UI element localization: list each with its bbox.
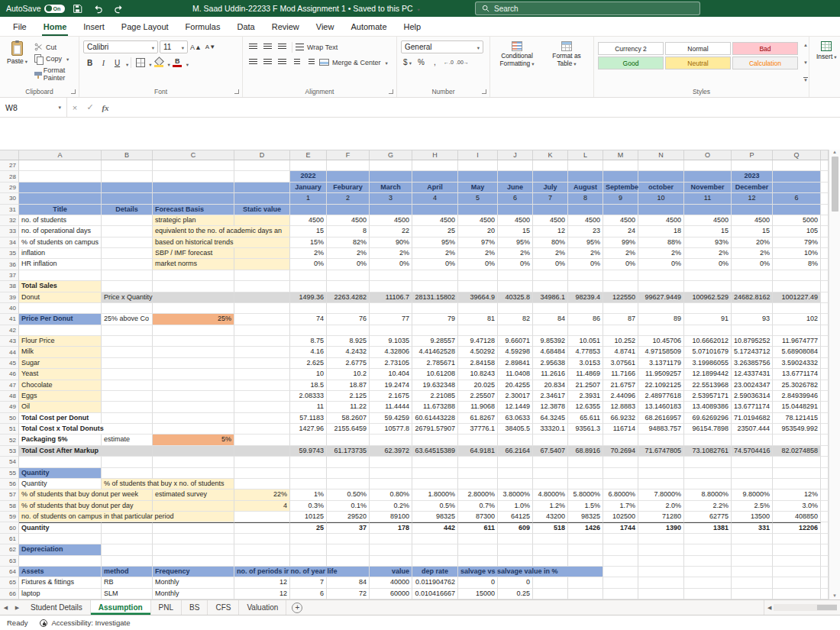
cell-P58[interactable]: 2.5% [732,501,773,512]
row-header-60[interactable]: 60 [0,522,19,533]
cell-K31[interactable] [533,205,568,215]
cell-B40[interactable] [102,303,153,314]
cell-O39[interactable]: 100962.529 [684,292,732,303]
cell-M37[interactable] [603,270,638,281]
cell-I64[interactable]: salvage vs salvage value in % [458,567,603,577]
cell-K62[interactable] [533,544,568,555]
cell-G49[interactable]: 11.4444 [370,402,412,412]
cell-G52[interactable] [370,435,412,445]
cell-I58[interactable]: 0.7% [458,501,498,512]
cell-N59[interactable]: 71280 [638,512,684,522]
cell-K45[interactable]: 2.95638 [533,358,568,369]
cell-L50[interactable]: 65.611 [568,413,603,424]
cell-N58[interactable]: 2.0% [638,501,684,512]
cell-A64[interactable]: Assets [19,567,102,577]
cell-L35[interactable]: 2% [568,248,603,259]
row-header-65[interactable]: 65 [0,577,19,588]
cell-A61[interactable] [19,534,102,544]
cell-N32[interactable]: 4500 [638,215,684,226]
cell-I32[interactable]: 4500 [458,215,498,226]
cell-Q62[interactable] [773,544,821,555]
row-header-32[interactable]: 32 [0,215,19,226]
cell-G55[interactable] [370,468,412,479]
cell-P35[interactable]: 2% [732,248,773,259]
cell-O64[interactable] [684,567,732,577]
cell-Q52[interactable] [773,435,821,445]
cell-F50[interactable]: 58.2607 [327,413,370,424]
cell-N54[interactable] [638,457,684,467]
cell-M57[interactable]: 6.8000% [603,489,638,500]
cell-A52[interactable]: Packaging 5% [19,435,102,445]
cell-B47[interactable] [102,380,153,391]
cell-H47[interactable]: 19.632348 [412,380,458,391]
cell-Q57[interactable]: 12% [773,489,821,500]
cell-N45[interactable]: 3.1371179 [638,358,684,369]
tab-review[interactable]: Review [263,17,308,36]
cell-J41[interactable]: 82 [498,314,533,325]
cell-L33[interactable]: 23 [568,226,603,237]
cell-Q37[interactable] [773,270,821,281]
cell-H59[interactable]: 98325 [412,512,458,522]
cell-Q47[interactable]: 25.3026782 [773,380,821,391]
clipboard-dialog-launcher[interactable] [71,89,76,94]
cell-J42[interactable] [498,325,533,336]
cell-I30[interactable]: 5 [458,193,498,204]
comma-style-button[interactable]: , [428,56,441,69]
cell-N61[interactable] [638,534,684,544]
cell-M51[interactable]: 116714 [603,424,638,435]
cell-O43[interactable]: 10.6662012 [684,336,732,347]
cell-B64[interactable]: method [102,567,153,577]
cell-Q49[interactable]: 15.0448291 [773,402,821,412]
style-chip-normal[interactable]: Normal [665,42,731,55]
cell-C55[interactable] [153,468,234,479]
cell-G42[interactable] [370,325,412,336]
cell-A34[interactable]: % of students on campus [19,237,102,248]
col-header-O[interactable]: O [684,150,732,160]
cell-F57[interactable]: 0.50% [327,489,370,500]
cell-B36[interactable] [102,259,153,270]
cell-J27[interactable] [498,160,533,171]
cell-N38[interactable] [638,281,684,292]
cell-L38[interactable] [568,281,603,292]
cell-K51[interactable]: 33320.1 [533,424,568,435]
format-as-table-button[interactable]: Format as Table [544,40,590,85]
cell-G37[interactable] [370,270,412,281]
cell-M30[interactable]: 9 [603,193,638,204]
cell-M38[interactable] [603,281,638,292]
cell-P62[interactable] [732,544,773,555]
cell-P28[interactable]: 2023 [732,171,773,182]
cell-O65[interactable] [684,577,732,588]
cell-O28[interactable] [684,171,732,182]
col-header-B[interactable]: B [102,150,153,160]
tab-help[interactable]: Help [396,17,430,36]
cell-C58[interactable] [153,501,234,512]
cell-C28[interactable] [153,171,234,182]
cell-L32[interactable]: 4500 [568,215,603,226]
cell-P60[interactable]: 331 [732,522,773,533]
cell-I41[interactable]: 81 [458,314,498,325]
cell-G53[interactable]: 62.3972 [370,446,412,457]
cell-P36[interactable]: 0% [732,259,773,270]
cell-H60[interactable]: 442 [412,522,458,533]
cell-M66[interactable] [603,589,638,599]
cell-A56[interactable]: Quantity [19,479,102,489]
undo-button[interactable] [91,2,106,15]
cell-E54[interactable] [290,457,327,467]
cell-B29[interactable] [102,183,153,193]
cell-E37[interactable] [290,270,327,281]
cell-D47[interactable] [234,380,290,391]
format-painter-button[interactable]: Format Painter [34,66,75,82]
cell-M27[interactable] [603,160,638,171]
cell-H53[interactable]: 63.64515389 [412,446,458,457]
cell-B35[interactable] [102,248,153,259]
cell-P49[interactable]: 13.6771174 [732,402,773,412]
cell-Q43[interactable]: 11.9674777 [773,336,821,347]
cell-J51[interactable]: 38405.5 [498,424,533,435]
increase-font-button[interactable]: A▲ [189,40,202,53]
cell-D56[interactable] [234,479,290,489]
cell-B48[interactable] [102,391,153,402]
cell-M40[interactable] [603,303,638,314]
cell-F51[interactable]: 2155.6459 [327,424,370,435]
cell-J28[interactable] [498,171,533,182]
cell-I44[interactable]: 4.50292 [458,347,498,357]
